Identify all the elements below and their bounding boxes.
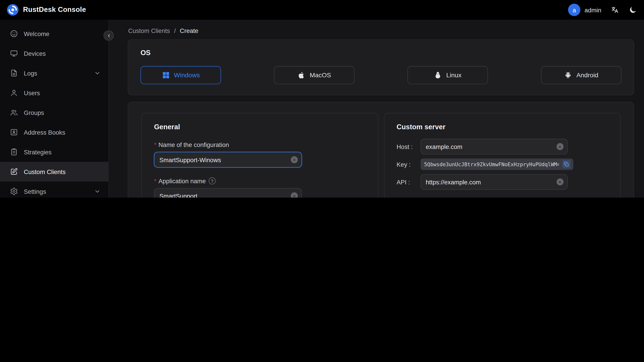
api-input[interactable]	[420, 174, 567, 190]
name-field-label-text: Name of the configuration	[158, 141, 229, 148]
name-field-label: * Name of the configuration	[154, 141, 365, 148]
os-button-macos[interactable]: MacOS	[274, 66, 354, 84]
os-button-label: Android	[576, 72, 598, 79]
sidebar-item-address-books[interactable]: Address Books	[0, 122, 108, 142]
windows-icon	[162, 71, 170, 79]
host-label: Host :	[396, 143, 420, 150]
os-button-linux[interactable]: Linux	[407, 66, 488, 84]
user-icon	[10, 89, 18, 97]
app-name-field-label-text: Application name	[158, 178, 206, 184]
os-button-label: MacOS	[310, 72, 331, 79]
user-menu[interactable]: a admin	[568, 4, 601, 16]
host-input[interactable]	[420, 139, 567, 154]
key-value: 5Qbwsde3unUcJBtrx9ZkvUmwFNoExHzpryHuPUdq…	[424, 161, 559, 167]
form-panel: General * Name of the configuration × * …	[128, 102, 634, 198]
sidebar-item-groups[interactable]: Groups	[0, 102, 108, 122]
chevron-down-icon	[94, 70, 101, 77]
breadcrumb-separator: /	[174, 27, 176, 34]
sidebar-item-devices[interactable]: Devices	[0, 44, 108, 63]
clear-icon[interactable]: ×	[556, 143, 563, 150]
linux-penguin-icon	[434, 71, 442, 79]
clear-icon[interactable]: ×	[291, 156, 298, 163]
os-button-label: Windows	[174, 72, 200, 79]
file-text-icon	[10, 69, 18, 77]
host-row: Host : ×	[396, 139, 608, 154]
gear-icon	[10, 187, 18, 196]
users-icon	[10, 108, 18, 117]
os-button-label: Linux	[446, 72, 462, 79]
chevron-down-icon	[94, 188, 101, 195]
sidebar-item-settings[interactable]: Settings	[0, 182, 108, 198]
apple-icon	[297, 71, 306, 79]
left-column: General * Name of the configuration × * …	[142, 113, 378, 198]
name-input[interactable]	[154, 152, 302, 168]
language-icon[interactable]	[610, 6, 619, 14]
sidebar-item-logs[interactable]: Logs	[0, 63, 108, 83]
sidebar-collapse-button[interactable]	[104, 30, 114, 41]
sidebar-item-welcome[interactable]: Welcome	[0, 24, 108, 44]
breadcrumb-current: Create	[180, 27, 198, 34]
app-name-field-label: * Application name ?	[154, 178, 365, 184]
sidebar-item-strategies[interactable]: Strategies	[0, 142, 108, 162]
clipboard-list-icon	[10, 148, 18, 156]
key-field: 5Qbwsde3unUcJBtrx9ZkvUmwFNoExHzpryHuPUdq…	[420, 158, 573, 170]
theme-toggle-moon-icon[interactable]	[628, 6, 637, 14]
clear-icon[interactable]: ×	[556, 178, 563, 185]
sidebar-item-label: Strategies	[24, 148, 52, 156]
edit-square-icon	[10, 168, 18, 176]
contact-card-icon	[10, 128, 18, 136]
main-content: Custom Clients / Create OS Windo	[109, 20, 644, 198]
api-label: API :	[396, 178, 420, 185]
avatar[interactable]: a	[568, 4, 580, 16]
topbar: RustDesk Console a admin	[0, 0, 644, 20]
api-row: API : ×	[396, 174, 608, 190]
sidebar-item-label: Logs	[24, 70, 37, 76]
app-window: RustDesk Console a admin	[0, 0, 644, 198]
host-input-wrap: ×	[420, 139, 567, 154]
app-name-input[interactable]	[154, 188, 302, 198]
help-icon[interactable]: ?	[208, 178, 216, 184]
monitor-icon	[10, 49, 18, 58]
name-input-wrap: ×	[154, 152, 302, 168]
os-panel: OS Windows	[128, 40, 634, 95]
right-column: Custom server Host : × Key : 5Qbwsde3	[384, 113, 621, 198]
os-button-android[interactable]: Android	[541, 66, 621, 84]
sidebar-item-label: Custom Clients	[24, 168, 66, 175]
topbar-right: a admin	[568, 4, 638, 16]
general-card: General * Name of the configuration × * …	[142, 113, 378, 198]
smile-icon	[10, 30, 18, 38]
os-title: OS	[140, 49, 621, 57]
sidebar-item-custom-clients[interactable]: Custom Clients	[0, 162, 108, 182]
api-input-wrap: ×	[420, 174, 567, 190]
clear-icon[interactable]: ×	[291, 192, 298, 198]
sidebar-item-label: Users	[24, 90, 40, 96]
sidebar-item-label: Welcome	[24, 30, 49, 37]
copy-icon[interactable]	[562, 160, 570, 168]
key-label: Key :	[396, 161, 420, 168]
breadcrumb-parent[interactable]: Custom Clients	[128, 27, 170, 34]
rustdesk-logo-icon	[6, 4, 19, 16]
os-options: Windows MacOS	[140, 66, 621, 84]
os-button-windows[interactable]: Windows	[140, 66, 221, 84]
sidebar-item-label: Settings	[24, 188, 46, 195]
app-title: RustDesk Console	[23, 6, 86, 14]
user-name: admin	[584, 6, 602, 13]
custom-server-card: Custom server Host : × Key : 5Qbwsde3	[384, 113, 621, 198]
sidebar-item-label: Address Books	[24, 129, 65, 136]
key-row: Key : 5Qbwsde3unUcJBtrx9ZkvUmwFNoExHzpry…	[396, 158, 608, 170]
custom-server-title: Custom server	[396, 123, 608, 132]
breadcrumb: Custom Clients / Create	[128, 27, 634, 34]
sidebar-item-label: Devices	[24, 50, 46, 57]
sidebar: Welcome Devices Logs	[0, 20, 109, 198]
sidebar-item-label: Groups	[24, 109, 44, 116]
general-title: General	[154, 123, 365, 132]
android-robot-icon	[564, 71, 572, 79]
sidebar-item-users[interactable]: Users	[0, 83, 108, 102]
required-asterisk: *	[154, 178, 156, 184]
app-name-input-wrap: ×	[154, 188, 302, 198]
brand: RustDesk Console	[6, 4, 86, 16]
required-asterisk: *	[154, 141, 156, 148]
